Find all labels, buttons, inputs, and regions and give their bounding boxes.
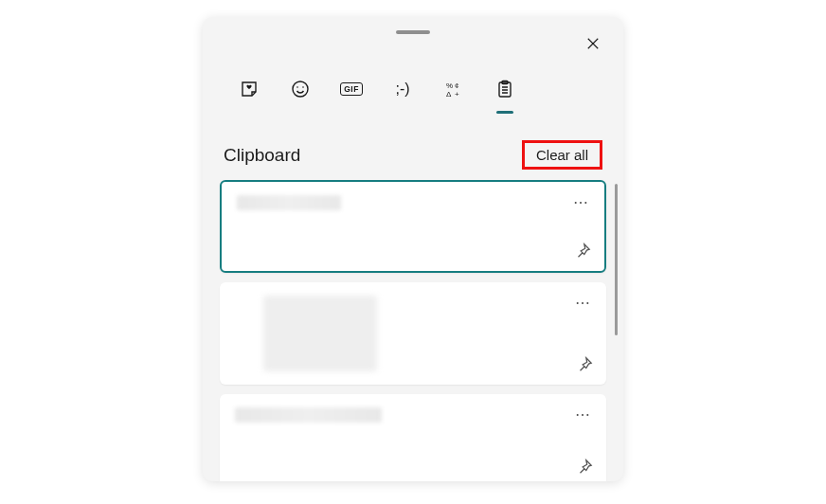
section-header: Clipboard Clear all [203, 106, 623, 183]
svg-text:%: % [446, 81, 453, 90]
close-icon [586, 37, 600, 50]
clipboard-item[interactable]: ⋯ [220, 282, 606, 385]
svg-text:Δ: Δ [446, 90, 452, 99]
pin-button[interactable] [576, 459, 593, 476]
clipboard-item[interactable]: ⋯ [220, 180, 606, 273]
pin-button[interactable] [574, 243, 591, 260]
svg-point-4 [302, 86, 304, 88]
svg-point-3 [296, 86, 298, 88]
emoji-icon [291, 80, 310, 99]
tab-kaomoji[interactable]: ;-) [390, 72, 415, 106]
kaomoji-icon: ;-) [395, 81, 409, 98]
clipboard-item[interactable]: ⋯ [220, 394, 606, 481]
more-options-button[interactable]: ⋯ [575, 405, 591, 423]
section-title: Clipboard [224, 145, 300, 166]
clipboard-items-list: ⋯ ⋯ ⋯ [203, 180, 623, 481]
more-options-button[interactable]: ⋯ [575, 294, 591, 312]
svg-text:+: + [455, 90, 459, 99]
clear-all-button[interactable]: Clear all [522, 140, 602, 170]
svg-point-2 [293, 81, 308, 97]
more-options-button[interactable]: ⋯ [573, 193, 589, 211]
symbols-icon: % ¢ Δ + [444, 80, 463, 99]
clipboard-text-preview [235, 407, 382, 423]
pin-button[interactable] [576, 356, 593, 373]
tab-gif[interactable]: GIF [339, 72, 364, 106]
scrollbar[interactable] [615, 184, 618, 335]
tab-emoji[interactable] [288, 72, 313, 106]
tab-symbols[interactable]: % ¢ Δ + [441, 72, 466, 106]
svg-text:¢: ¢ [455, 81, 458, 90]
tab-clipboard[interactable] [493, 72, 517, 106]
clipboard-image-preview [263, 296, 377, 371]
emoji-clipboard-panel: GIF ;-) % ¢ Δ + Clipboard Clear all [203, 17, 623, 481]
clipboard-text-preview [237, 195, 341, 210]
gif-icon: GIF [340, 82, 363, 96]
clipboard-icon [495, 80, 514, 99]
drag-handle[interactable] [396, 30, 430, 34]
close-button[interactable] [580, 30, 606, 57]
tab-recent[interactable] [237, 72, 261, 106]
sticker-heart-icon [240, 80, 259, 99]
